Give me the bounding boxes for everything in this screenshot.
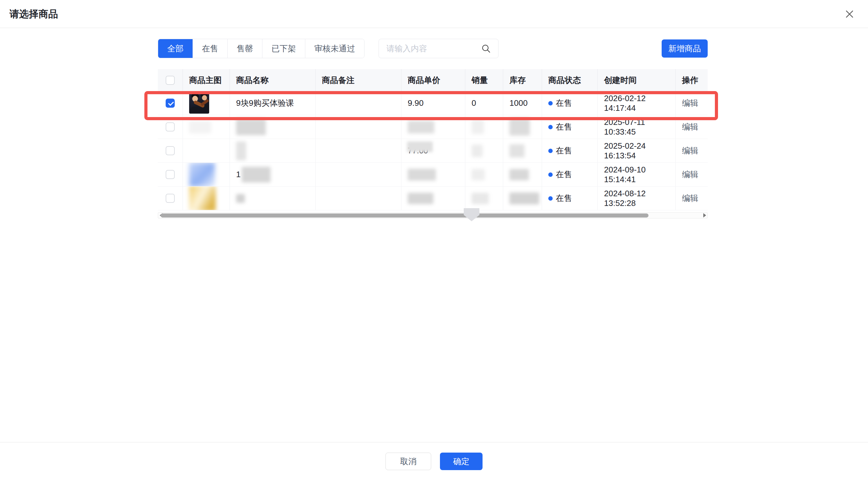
status-badge: 在售 — [548, 122, 572, 132]
product-table: 商品主图 商品名称 商品备注 商品单价 销量 库存 商品状态 创建时间 操作 9… — [158, 69, 708, 210]
redacted-stock — [509, 118, 530, 135]
product-image-cell — [183, 139, 230, 162]
redacted-name — [236, 194, 245, 203]
footer: 取消 确定 — [0, 453, 868, 470]
product-remark — [316, 115, 401, 139]
row-checkbox[interactable] — [166, 194, 175, 203]
product-name: 9块9购买体验课 — [230, 91, 316, 115]
table-row[interactable]: 在售 2025-07-11 10:33:45 编辑 — [158, 115, 708, 139]
product-remark — [316, 163, 401, 186]
redacted-stock — [509, 144, 525, 157]
header-main-image: 商品主图 — [183, 69, 230, 91]
header-remark: 商品备注 — [316, 69, 401, 91]
confirm-button[interactable]: 确定 — [440, 453, 483, 470]
tab-on-sale[interactable]: 在售 — [193, 39, 228, 58]
row-checkbox[interactable] — [166, 99, 175, 108]
redacted-price-overlay — [407, 141, 433, 152]
status-dot-icon — [548, 196, 553, 201]
header-price: 商品单价 — [401, 69, 465, 91]
header-status: 商品状态 — [542, 69, 598, 91]
redacted-name — [236, 119, 266, 135]
horizontal-scrollbar — [158, 212, 708, 219]
product-name-partial: 1 — [236, 170, 241, 179]
redacted-stock — [509, 192, 539, 204]
redacted-name — [236, 141, 246, 160]
scrollbar-drag-handle[interactable] — [464, 208, 479, 221]
footer-divider — [0, 442, 868, 443]
redacted-sales — [472, 120, 484, 134]
redacted-name — [242, 167, 271, 183]
header-created: 创建时间 — [598, 69, 676, 91]
edit-button[interactable]: 编辑 — [682, 169, 698, 180]
tab-all[interactable]: 全部 — [158, 39, 193, 58]
status-badge: 在售 — [548, 145, 572, 156]
edit-button[interactable]: 编辑 — [682, 145, 698, 156]
redacted-image — [189, 187, 216, 210]
redacted-sales — [472, 193, 489, 204]
edit-button[interactable]: 编辑 — [682, 98, 698, 108]
page-title: 请选择商品 — [9, 7, 58, 21]
header-sales: 销量 — [465, 69, 503, 91]
redacted-price — [408, 169, 436, 181]
scrollbar-thumb[interactable] — [161, 214, 649, 218]
redacted-stock — [509, 169, 529, 180]
product-price: 9.90 — [401, 91, 465, 115]
status-badge: 在售 — [548, 98, 572, 108]
scroll-right-arrow-icon[interactable] — [702, 213, 707, 218]
product-stock: 1000 — [503, 91, 542, 115]
redacted-image — [189, 121, 211, 133]
status-badge: 在售 — [548, 193, 572, 204]
table-row[interactable]: 1 在售 2024-09-10 15:14:41 编辑 — [158, 163, 708, 187]
table-row-selected[interactable]: 9块9购买体验课 9.90 0 1000 在售 2026-02-12 14:17… — [158, 91, 708, 115]
product-remark — [316, 91, 401, 115]
table-row[interactable]: 在售 2024-08-12 13:52:28 编辑 — [158, 187, 708, 210]
search-box — [379, 39, 498, 58]
product-sales: 0 — [465, 91, 503, 115]
tab-delisted[interactable]: 已下架 — [262, 39, 305, 58]
product-thumbnail — [189, 93, 209, 114]
add-product-button[interactable]: 新增商品 — [662, 39, 708, 58]
close-icon[interactable] — [842, 6, 857, 22]
redacted-price — [408, 193, 433, 204]
edit-button[interactable]: 编辑 — [682, 122, 698, 132]
status-dot-icon — [548, 101, 553, 105]
row-checkbox[interactable] — [166, 170, 175, 179]
created-time: 2025-02-24 16:13:54 — [598, 139, 676, 162]
created-time: 2024-09-10 15:14:41 — [598, 163, 676, 186]
product-remark — [316, 139, 401, 162]
header-stock: 库存 — [503, 69, 542, 91]
created-time: 2024-08-12 13:52:28 — [598, 187, 676, 210]
header-action: 操作 — [676, 69, 708, 91]
redacted-sales — [472, 169, 485, 180]
cancel-button[interactable]: 取消 — [385, 453, 431, 470]
tab-sold-out[interactable]: 售罄 — [228, 39, 262, 58]
row-checkbox[interactable] — [166, 146, 175, 155]
search-icon[interactable] — [481, 44, 491, 55]
select-all-checkbox[interactable] — [166, 76, 175, 85]
created-time: 2026-02-12 14:17:44 — [598, 91, 676, 115]
table-header-row: 商品主图 商品名称 商品备注 商品单价 销量 库存 商品状态 创建时间 操作 — [158, 69, 708, 91]
redacted-price — [408, 121, 434, 133]
toolbar: 全部 在售 售罄 已下架 审核未通过 新增商品 — [158, 39, 708, 58]
redacted-image — [189, 163, 215, 186]
status-dot-icon — [548, 125, 553, 129]
created-time: 2025-07-11 10:33:45 — [598, 115, 676, 139]
redacted-sales — [472, 145, 483, 157]
search-input[interactable] — [379, 39, 498, 58]
edit-button[interactable]: 编辑 — [682, 193, 698, 204]
table-row[interactable]: 77.00 在售 2025-02-24 16:13:54 编辑 — [158, 139, 708, 163]
status-filter-tabs: 全部 在售 售罄 已下架 审核未通过 — [158, 39, 365, 58]
status-dot-icon — [548, 172, 553, 177]
header-name: 商品名称 — [230, 69, 316, 91]
product-remark — [316, 187, 401, 210]
header-divider — [0, 28, 868, 28]
row-checkbox[interactable] — [166, 122, 175, 131]
status-badge: 在售 — [548, 169, 572, 180]
status-dot-icon — [548, 149, 553, 153]
tab-review-failed[interactable]: 审核未通过 — [305, 39, 364, 58]
